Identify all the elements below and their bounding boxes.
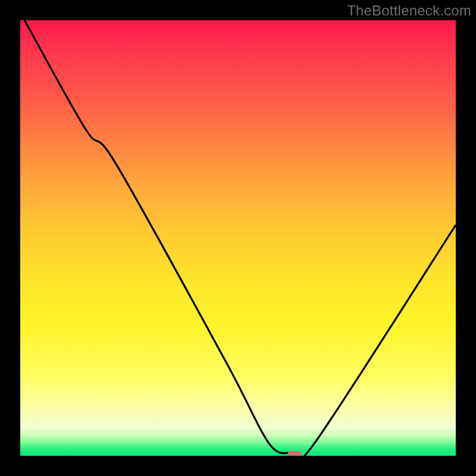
chart-canvas: TheBottleneck.com: [0, 0, 476, 476]
curve-path: [24, 20, 456, 456]
optimal-marker: [287, 451, 302, 456]
watermark-text: TheBottleneck.com: [347, 2, 471, 19]
plot-area: [20, 20, 456, 456]
bottleneck-curve: [20, 20, 456, 456]
